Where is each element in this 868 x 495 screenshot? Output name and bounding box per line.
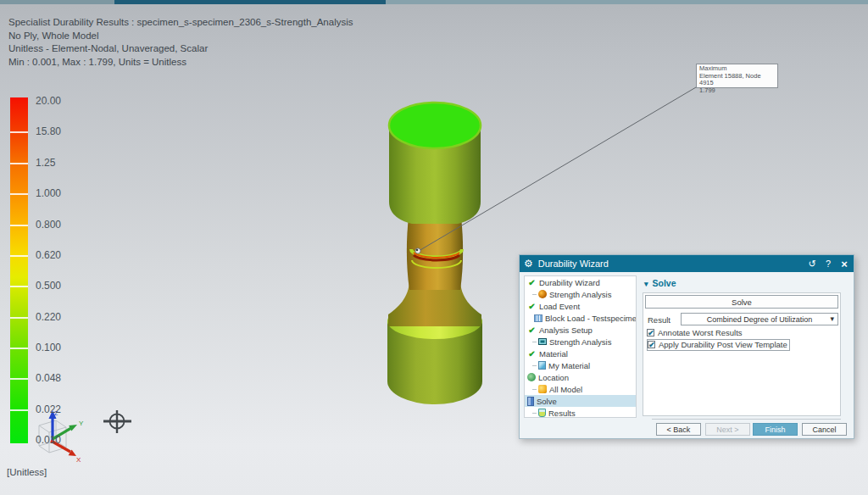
legend-tick bbox=[10, 193, 28, 195]
tree-item-label: Load Event bbox=[539, 302, 580, 311]
legend-value: 0.620 bbox=[36, 249, 61, 261]
legend-value: 0.010 bbox=[36, 434, 61, 446]
legend-value: 0.100 bbox=[36, 342, 61, 353]
wizard-tree: ✔ Durability Wizard Strength Analysis ✔ … bbox=[524, 275, 637, 418]
legend-tick bbox=[10, 317, 28, 319]
back-button[interactable]: < Back bbox=[656, 423, 701, 436]
gear-icon: ⚙ bbox=[524, 259, 533, 269]
close-icon[interactable]: × bbox=[837, 258, 851, 270]
legend-tick bbox=[10, 225, 28, 226]
tree-item-label: Results bbox=[548, 409, 576, 418]
legend-value: 0.800 bbox=[36, 219, 61, 231]
all-model-icon bbox=[538, 385, 547, 393]
legend-value: 0.048 bbox=[36, 372, 61, 384]
tree-item-durability-wizard[interactable]: ✔ Durability Wizard bbox=[525, 276, 636, 288]
result-dropdown-value: Combined Degree of Utilization bbox=[707, 315, 813, 324]
tree-item-label: My Material bbox=[548, 361, 590, 370]
legend-value: 0.022 bbox=[36, 403, 61, 415]
annotation-value: 1.799 bbox=[699, 87, 775, 95]
legend-tick bbox=[10, 378, 28, 380]
tree-item-label: Solve bbox=[537, 397, 557, 406]
tree-connector bbox=[532, 389, 537, 390]
tree-item-strength-analysis[interactable]: Strength Analysis bbox=[525, 288, 636, 300]
solve-button[interactable]: Solve bbox=[645, 295, 838, 309]
max-node-marker bbox=[415, 248, 420, 253]
dialog-separator bbox=[652, 419, 841, 420]
collapse-triangle-icon: ▾ bbox=[644, 280, 648, 288]
max-node-marker-shade bbox=[416, 249, 419, 252]
apply-template-label: Apply Durability Post View Template bbox=[659, 340, 787, 349]
max-annotation: Maximum Element 15888, Node 4915 1.799 bbox=[696, 64, 778, 88]
tree-connector bbox=[532, 342, 537, 342]
legend-value: 0.500 bbox=[36, 280, 61, 292]
legend-value: 15.80 bbox=[36, 125, 61, 137]
tree-item-analysis-setup[interactable]: ✔ Analysis Setup bbox=[525, 324, 636, 336]
legend-tick bbox=[10, 163, 28, 164]
chevron-down-icon: ▾ bbox=[830, 314, 834, 323]
next-button[interactable]: Next > bbox=[705, 423, 750, 436]
reset-icon[interactable]: ↺ bbox=[805, 259, 819, 270]
annotation-element: Element 15888, Node 4915 bbox=[699, 73, 775, 87]
tree-item-label: Material bbox=[539, 349, 568, 359]
legend-color-bar bbox=[10, 97, 28, 443]
legend-tick bbox=[10, 255, 28, 257]
legend-labels: 20.00 15.80 1.25 1.000 0.800 0.620 0.500… bbox=[36, 95, 86, 446]
legend-tick bbox=[10, 409, 28, 411]
annotate-worst-results-row[interactable]: ✔ Annotate Worst Results bbox=[647, 328, 743, 337]
tree-item-my-material[interactable]: My Material bbox=[525, 359, 636, 371]
cancel-button[interactable]: Cancel bbox=[802, 423, 847, 436]
legend-tick bbox=[10, 286, 28, 287]
tree-item-material[interactable]: ✔ Material bbox=[525, 348, 636, 359]
tree-item-label: Block Load - Testspecimen bbox=[545, 314, 637, 323]
location-icon bbox=[527, 373, 536, 381]
apply-template-row[interactable]: ✔ Apply Durability Post View Template bbox=[647, 339, 790, 351]
tree-item-location[interactable]: Location bbox=[525, 371, 636, 383]
tree-connector bbox=[532, 294, 537, 295]
legend-tick bbox=[10, 348, 28, 349]
help-icon[interactable]: ? bbox=[821, 259, 835, 269]
tree-item-label: Analysis Setup bbox=[539, 325, 593, 335]
check-icon: ✔ bbox=[527, 278, 537, 287]
dialog-titlebar[interactable]: ⚙ Durability Wizard ↺ ? × bbox=[520, 255, 854, 272]
legend-value: 0.220 bbox=[36, 311, 61, 323]
tree-item-all-model[interactable]: All Model bbox=[525, 383, 636, 395]
tree-item-block-load[interactable]: Block Load - Testspecimen bbox=[525, 312, 636, 324]
annotate-worst-results-checkbox[interactable]: ✔ bbox=[647, 329, 654, 336]
tree-item-label: Durability Wizard bbox=[539, 278, 600, 287]
tree-item-solve[interactable]: Solve bbox=[525, 395, 636, 407]
legend-value: 1.000 bbox=[36, 187, 61, 199]
durability-wizard-dialog: ⚙ Durability Wizard ↺ ? × ✔ Durability W… bbox=[519, 254, 854, 439]
solve-icon bbox=[527, 397, 534, 406]
legend-unit-label: [Unitless] bbox=[7, 467, 47, 477]
check-icon: ✔ bbox=[527, 302, 537, 311]
solve-section-title: Solve bbox=[653, 278, 676, 288]
apply-template-checkbox[interactable]: ✔ bbox=[648, 341, 655, 348]
tree-item-strength-analysis-setup[interactable]: Strength Analysis bbox=[525, 336, 636, 348]
legend-tick bbox=[10, 131, 28, 133]
finish-button[interactable]: Finish bbox=[753, 423, 798, 436]
specimen-model[interactable] bbox=[387, 103, 482, 404]
tree-connector bbox=[532, 365, 537, 366]
tree-item-results[interactable]: Results bbox=[525, 407, 636, 418]
check-icon: ✔ bbox=[527, 325, 537, 335]
tree-item-label: All Model bbox=[549, 385, 582, 394]
legend-value: 1.25 bbox=[36, 157, 55, 169]
check-icon: ✔ bbox=[527, 349, 537, 359]
strength-analysis-setup-icon bbox=[538, 338, 547, 345]
solve-section-header[interactable]: ▾Solve bbox=[644, 278, 676, 288]
tree-item-label: Strength Analysis bbox=[549, 290, 611, 299]
tree-item-load-event[interactable]: ✔ Load Event bbox=[525, 300, 636, 312]
block-load-icon bbox=[534, 314, 542, 322]
x-axis-label: X bbox=[76, 456, 81, 464]
specimen-top-face bbox=[389, 103, 481, 148]
crosshair-icon bbox=[103, 410, 131, 433]
result-label: Result bbox=[648, 315, 670, 325]
my-material-icon bbox=[538, 361, 546, 370]
result-dropdown[interactable]: Combined Degree of Utilization ▾ bbox=[681, 313, 838, 325]
strength-analysis-icon bbox=[538, 290, 547, 298]
dialog-title: Durability Wizard bbox=[538, 259, 609, 269]
tree-connector bbox=[532, 413, 537, 414]
results-icon bbox=[538, 409, 546, 417]
solve-groupbox: Solve Result Combined Degree of Utilizat… bbox=[643, 292, 841, 416]
tree-item-label: Strength Analysis bbox=[549, 337, 611, 347]
